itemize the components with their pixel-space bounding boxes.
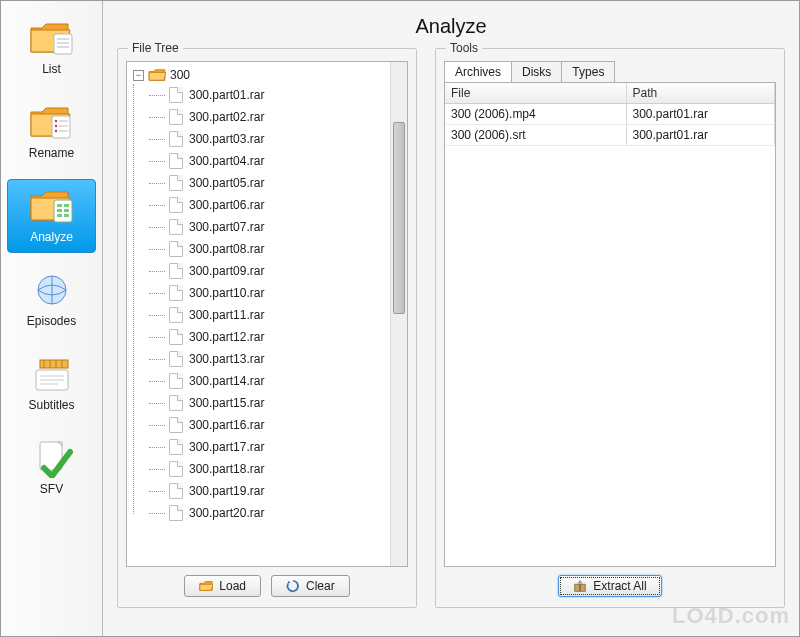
table-empty-area (445, 146, 775, 566)
document-icon (169, 109, 183, 125)
cell-path: 300.part01.rar (627, 104, 776, 124)
tree-file-node[interactable]: 300.part05.rar (149, 172, 388, 194)
document-icon (169, 329, 183, 345)
tree-file-node[interactable]: 300.part08.rar (149, 238, 388, 260)
col-file[interactable]: File (445, 83, 627, 103)
sidebar-item-sfv[interactable]: SFV (7, 431, 96, 505)
sidebar-item-subtitles[interactable]: Subtitles (7, 347, 96, 421)
tree-file-node[interactable]: 300.part19.rar (149, 480, 388, 502)
globe-icon (28, 270, 76, 310)
tree-file-label: 300.part06.rar (189, 198, 264, 212)
tree-file-node[interactable]: 300.part18.rar (149, 458, 388, 480)
tree-file-node[interactable]: 300.part06.rar (149, 194, 388, 216)
sidebar-item-label: Analyze (30, 230, 73, 244)
tree-file-node[interactable]: 300.part16.rar (149, 414, 388, 436)
tree-file-label: 300.part14.rar (189, 374, 264, 388)
document-icon (169, 439, 183, 455)
tree-file-node[interactable]: 300.part01.rar (149, 84, 388, 106)
svg-point-9 (54, 130, 56, 132)
document-icon (169, 505, 183, 521)
tools-legend: Tools (446, 41, 482, 55)
svg-rect-13 (64, 204, 69, 207)
sidebar-item-label: SFV (40, 482, 63, 496)
sfv-check-icon (28, 438, 76, 478)
folder-rename-icon (28, 102, 76, 142)
tree-file-node[interactable]: 300.part17.rar (149, 436, 388, 458)
subtitles-icon (28, 354, 76, 394)
folder-open-icon (199, 579, 213, 593)
document-icon (169, 395, 183, 411)
tools-group: Tools Archives Disks Types File Path 300… (435, 48, 785, 608)
scrollbar-vertical[interactable] (390, 62, 407, 566)
folder-icon (148, 68, 166, 82)
table-row[interactable]: 300 (2006).mp4300.part01.rar (445, 104, 775, 125)
tree-file-label: 300.part07.rar (189, 220, 264, 234)
tree-file-label: 300.part18.rar (189, 462, 264, 476)
tree-root-node[interactable]: − 300 (133, 66, 388, 84)
tree-file-label: 300.part05.rar (189, 176, 264, 190)
sidebar-item-label: Subtitles (28, 398, 74, 412)
col-path[interactable]: Path (627, 83, 776, 103)
tree-file-node[interactable]: 300.part07.rar (149, 216, 388, 238)
document-icon (169, 175, 183, 191)
tree-file-label: 300.part13.rar (189, 352, 264, 366)
tree-file-label: 300.part02.rar (189, 110, 264, 124)
clear-button[interactable]: Clear (271, 575, 350, 597)
document-icon (169, 461, 183, 477)
tree-file-node[interactable]: 300.part15.rar (149, 392, 388, 414)
tree-file-node[interactable]: 300.part20.rar (149, 502, 388, 524)
sidebar-item-label: List (42, 62, 61, 76)
tab-disks[interactable]: Disks (512, 62, 562, 82)
load-button-label: Load (219, 579, 246, 593)
cell-path: 300.part01.rar (627, 125, 776, 145)
tab-archives[interactable]: Archives (445, 62, 512, 82)
document-icon (169, 241, 183, 257)
file-tree-legend: File Tree (128, 41, 183, 55)
tree-file-node[interactable]: 300.part11.rar (149, 304, 388, 326)
tree-file-label: 300.part17.rar (189, 440, 264, 454)
tree-file-node[interactable]: 300.part13.rar (149, 348, 388, 370)
tree-file-label: 300.part10.rar (189, 286, 264, 300)
tree-file-label: 300.part15.rar (189, 396, 264, 410)
sidebar-item-episodes[interactable]: Episodes (7, 263, 96, 337)
tree-file-label: 300.part03.rar (189, 132, 264, 146)
tree-file-label: 300.part04.rar (189, 154, 264, 168)
load-button[interactable]: Load (184, 575, 261, 597)
tree-file-label: 300.part01.rar (189, 88, 264, 102)
document-icon (169, 417, 183, 433)
sidebar-item-analyze[interactable]: Analyze (7, 179, 96, 253)
tree-file-label: 300.part08.rar (189, 242, 264, 256)
tree-file-label: 300.part09.rar (189, 264, 264, 278)
sidebar-item-rename[interactable]: Rename (7, 95, 96, 169)
tree-file-node[interactable]: 300.part04.rar (149, 150, 388, 172)
tree-file-node[interactable]: 300.part12.rar (149, 326, 388, 348)
document-icon (169, 263, 183, 279)
extract-all-button[interactable]: Extract All (558, 575, 661, 597)
tab-types[interactable]: Types (562, 62, 614, 82)
svg-rect-12 (57, 204, 62, 207)
document-icon (169, 285, 183, 301)
sidebar: List Rename (1, 1, 103, 636)
svg-rect-16 (57, 214, 62, 217)
file-tree-group: File Tree − 300 (117, 48, 417, 608)
collapse-toggle-icon[interactable]: − (133, 70, 144, 81)
tree-file-node[interactable]: 300.part02.rar (149, 106, 388, 128)
svg-rect-31 (579, 584, 581, 591)
tree-file-node[interactable]: 300.part03.rar (149, 128, 388, 150)
file-tree: − 300 300.part01.rar300.part02.rar300.pa… (126, 61, 408, 567)
svg-rect-4 (52, 116, 70, 138)
tree-file-node[interactable]: 300.part10.rar (149, 282, 388, 304)
svg-rect-17 (64, 214, 69, 217)
tree-file-node[interactable]: 300.part14.rar (149, 370, 388, 392)
tree-file-label: 300.part12.rar (189, 330, 264, 344)
sidebar-item-label: Episodes (27, 314, 76, 328)
file-tree-viewport[interactable]: − 300 300.part01.rar300.part02.rar300.pa… (127, 62, 390, 566)
sidebar-item-list[interactable]: List (7, 11, 96, 85)
archive-extract-icon (573, 579, 587, 593)
app-window: List Rename (0, 0, 800, 637)
tree-file-node[interactable]: 300.part09.rar (149, 260, 388, 282)
folder-list-icon (28, 18, 76, 58)
clear-button-label: Clear (306, 579, 335, 593)
table-row[interactable]: 300 (2006).srt300.part01.rar (445, 125, 775, 146)
document-icon (169, 197, 183, 213)
